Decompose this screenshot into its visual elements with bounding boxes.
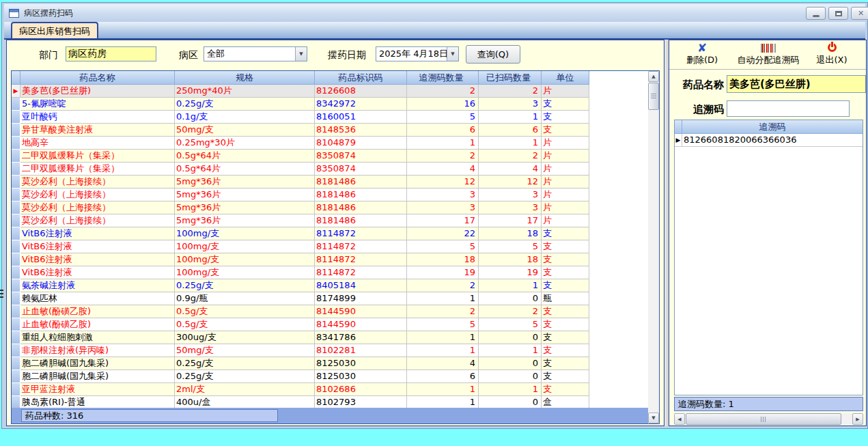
drug-row[interactable]: 地高辛0.25mg*30片810487911片	[12, 137, 589, 150]
header-unit[interactable]: 单位	[542, 71, 589, 85]
minimize-button[interactable]	[806, 7, 826, 20]
cell-spec: 300ug/支	[175, 331, 315, 344]
header-drug-name[interactable]: 药品名称	[20, 71, 175, 85]
row-marker	[12, 214, 20, 227]
cell-drug-name: 胞二磷胆碱(国九集采)	[20, 357, 175, 370]
drug-row[interactable]: VitB6注射液100mg/支811487255支	[12, 240, 589, 253]
row-marker	[12, 201, 20, 214]
cell-scanned-qty: 1	[479, 137, 542, 150]
cell-drug-name: 二甲双胍缓释片（集采）	[20, 150, 175, 163]
cell-spec: 0.25g/支	[175, 98, 315, 111]
cell-drug-name: 二甲双胍缓释片（集采）	[20, 163, 175, 176]
drug-row[interactable]: VitB6注射液100mg/支81148721919支	[12, 266, 589, 279]
drug-row[interactable]: 莫沙必利（上海接续）5mg*36片818148633片	[12, 189, 589, 201]
app-icon	[9, 9, 19, 18]
cell-unit: 支	[542, 111, 589, 124]
ward-select[interactable]: 全部 ▼	[204, 46, 307, 61]
drug-name-field[interactable]	[727, 75, 866, 93]
cell-drug-name: 莫沙必利（上海接续）	[20, 201, 175, 214]
cell-drug-name: 止血敏(酚磺乙胺)	[20, 305, 175, 318]
scroll-up-icon[interactable]: ▲	[648, 71, 659, 82]
drug-row[interactable]: 赖氨匹林0.9g/瓶817489910瓶	[12, 292, 589, 305]
drug-row[interactable]: 亚叶酸钙0.1g/支816005151支	[12, 111, 589, 124]
drug-row[interactable]: 止血敏(酚磺乙胺)0.5g/支814459022支	[12, 305, 589, 318]
drug-table-body: ▶美多芭(多巴丝肼)250mg*40片812660822片5-氟脲嘧啶0.25g…	[12, 85, 649, 409]
main-panel: 部门 病区 全部 ▼ 摆药日期 2025年 4月18日 ▼ 查询(Q) 药品名称…	[6, 40, 664, 426]
drug-row[interactable]: 异甘草酸美注射液50mg/支814853666支	[12, 124, 589, 137]
drug-row[interactable]: 莫沙必利（上海接续）5mg*36片81814861212片	[12, 176, 589, 189]
cell-drug-code: 8174899	[315, 292, 407, 305]
auto-assign-button[interactable]: 自动分配追溯码	[727, 42, 810, 69]
drug-count-box: 药品种数: 316	[21, 409, 278, 422]
cell-spec: 0.1g/支	[175, 111, 315, 124]
maximize-button[interactable]	[828, 7, 848, 20]
horizontal-scrollbar-thumb[interactable]	[686, 413, 841, 425]
drug-row[interactable]: 胞二磷胆碱(国九集采)0.25g/支812503060支	[12, 370, 589, 383]
dept-input[interactable]	[66, 46, 156, 61]
chevron-down-icon[interactable]: ▼	[295, 47, 307, 61]
cell-scanned-qty: 19	[479, 266, 542, 279]
drug-row[interactable]: 非那根注射液(异丙嗪)50mg/支810228111支	[12, 344, 589, 357]
drug-row[interactable]: 胞二磷胆碱(国九集采)0.25g/支812503040支	[12, 357, 589, 370]
row-marker	[12, 357, 20, 370]
cell-drug-code: 8181486	[315, 176, 407, 189]
drug-row[interactable]: 氨茶碱注射液0.25g/支840518421支	[12, 279, 589, 292]
scroll-left-icon[interactable]: ◀	[674, 413, 685, 425]
trace-code-row[interactable]: ▶81266081820066366036	[675, 134, 863, 147]
drug-row[interactable]: 重组人粒细胞刺激300ug/支834178610支	[12, 331, 589, 344]
delete-x-icon: ✘	[697, 42, 707, 54]
panel-horizontal-scrollbar[interactable]: ◀ ▶	[674, 413, 863, 425]
drug-row[interactable]: 二甲双胍缓释片（集采）0.5g*64片835087422片	[12, 150, 589, 163]
chevron-down-icon[interactable]: ▼	[447, 47, 458, 61]
scroll-right-icon[interactable]: ▶	[852, 413, 863, 425]
header-scanned-qty[interactable]: 已扫码数量	[479, 71, 542, 85]
cell-drug-name: 胞二磷胆碱(国九集采)	[20, 370, 175, 383]
cell-unit: 支	[542, 331, 589, 344]
row-marker	[12, 383, 20, 396]
query-button[interactable]: 查询(Q)	[466, 45, 520, 64]
tab-ward-outbound-scan[interactable]: 病区出库销售扫码	[11, 22, 98, 38]
drug-row[interactable]: VitB6注射液100mg/支81148721818支	[12, 253, 589, 266]
drug-row[interactable]: VitB6注射液100mg/支81148722218支	[12, 227, 589, 240]
drug-row[interactable]: ▶美多芭(多巴丝肼)250mg*40片812660822片	[12, 85, 589, 98]
scroll-down-icon[interactable]: ▼	[648, 413, 659, 423]
dispense-date-select[interactable]: 2025年 4月18日 ▼	[376, 46, 459, 61]
trace-count-bar: 追溯码数量: 1	[674, 397, 863, 411]
drug-row[interactable]: 莫沙必利（上海接续）5mg*36片81814861717片	[12, 214, 589, 227]
header-drug-code[interactable]: 药品标识码	[315, 71, 407, 85]
cell-trace-qty: 2	[407, 279, 479, 292]
row-marker	[12, 344, 20, 357]
tab-strip: 病区出库销售扫码	[4, 22, 865, 40]
cell-unit: 片	[542, 201, 589, 214]
drug-row[interactable]: 莫沙必利（上海接续）5mg*36片818148633片	[12, 201, 589, 214]
exit-button[interactable]: 退出(X)	[810, 42, 854, 69]
close-button[interactable]: ✕	[851, 7, 868, 20]
cell-scanned-qty: 0	[479, 370, 542, 383]
cell-scanned-qty: 3	[479, 189, 542, 201]
header-trace-qty[interactable]: 追溯码数量	[407, 71, 479, 85]
cell-scanned-qty: 0	[479, 331, 542, 344]
cell-scanned-qty: 6	[479, 124, 542, 137]
drug-row[interactable]: 二甲双胍缓释片（集采）0.5g*64片835087444片	[12, 163, 589, 176]
drug-row[interactable]: 亚甲蓝注射液2ml/支810268611支	[12, 383, 589, 396]
trace-code-value: 81266081820066366036	[682, 134, 863, 146]
cell-scanned-qty: 2	[479, 150, 542, 163]
trace-code-input[interactable]	[727, 100, 850, 117]
cell-drug-name: 莫沙必利（上海接续）	[20, 189, 175, 201]
cell-drug-code: 8114872	[315, 266, 407, 279]
vertical-scrollbar-thumb[interactable]	[648, 83, 659, 110]
trace-list-title[interactable]: 追溯码	[682, 120, 863, 134]
cell-drug-name: 赖氨匹林	[20, 292, 175, 305]
drug-row[interactable]: 止血敏(酚磺乙胺)0.5g/支814459055支	[12, 318, 589, 331]
dispense-date-label: 摆药日期	[328, 49, 366, 61]
cell-drug-name: 美多芭(多巴丝肼)	[20, 85, 175, 98]
table-vertical-scrollbar[interactable]: ▲ ▼	[648, 71, 659, 423]
ward-label: 病区	[179, 49, 198, 61]
cell-trace-qty: 6	[407, 370, 479, 383]
cell-scanned-qty: 1	[479, 344, 542, 357]
row-marker	[12, 266, 20, 279]
cell-unit: 支	[542, 266, 589, 279]
header-spec[interactable]: 规格	[175, 71, 315, 85]
delete-button[interactable]: ✘ 删除(D)	[677, 42, 727, 69]
drug-row[interactable]: 5-氟脲嘧啶0.25g/支8342972163支	[12, 98, 589, 111]
